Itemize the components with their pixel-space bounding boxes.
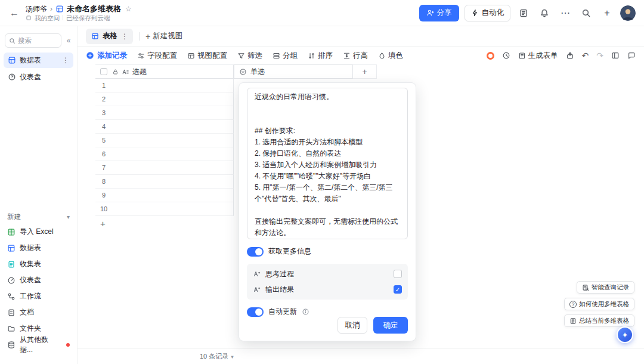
workspace-name[interactable]: 汤师爷 <box>26 4 47 14</box>
more-icon[interactable]: ⋯ <box>558 5 573 21</box>
more-vertical-icon[interactable]: ⋮ <box>62 56 69 64</box>
status-bar: 10 条记录 ▾ <box>78 348 644 364</box>
more-info-label: 获取更多信息 <box>268 246 311 257</box>
fill-color-button[interactable]: 填色 <box>378 51 403 61</box>
create-item-datatable[interactable]: 数据表 <box>0 240 77 256</box>
view-config-button[interactable]: 视图配置 <box>187 51 227 61</box>
share-button[interactable]: 分享 <box>419 5 459 21</box>
collapse-sidebar-icon[interactable]: « <box>64 36 73 45</box>
cancel-button[interactable]: 取消 <box>338 317 367 334</box>
view-tab-bar: 表格 ⋮ + 新建视图 <box>78 26 644 47</box>
plus-icon: + <box>145 32 150 41</box>
create-item-workflow[interactable]: 工作流 <box>0 288 77 304</box>
info-icon[interactable] <box>302 308 309 316</box>
bell-icon[interactable] <box>537 5 552 21</box>
tab-label: 表格 <box>103 31 117 41</box>
sparkle-icon: ✦ <box>622 331 628 340</box>
add-icon[interactable]: + <box>599 5 615 21</box>
sort-button[interactable]: 排序 <box>308 51 333 61</box>
avatar[interactable] <box>620 5 636 21</box>
search-input-box[interactable] <box>5 33 61 48</box>
sidebar-item-dashboard[interactable]: 仪表盘 <box>4 69 73 85</box>
create-item-collect-form[interactable]: 收集表 <box>0 256 77 272</box>
freeze-panel-icon[interactable] <box>611 51 620 60</box>
search-icon[interactable] <box>578 5 594 21</box>
table-row[interactable]: 7 <box>95 161 234 175</box>
output-checkbox[interactable]: ✓ <box>394 285 402 294</box>
table-row[interactable]: 4 <box>95 120 234 134</box>
add-row-button[interactable]: + <box>95 216 234 230</box>
dialog-footer: 取消 确定 <box>247 317 408 334</box>
table-row[interactable]: 9 <box>95 189 234 202</box>
create-item-dashboard[interactable]: 仪表盘 <box>0 272 77 288</box>
table-row[interactable]: 6 <box>95 147 234 161</box>
table-row[interactable]: 3 <box>95 106 234 120</box>
select-all-checkbox[interactable] <box>100 68 107 75</box>
row-number: 3 <box>95 109 112 116</box>
add-column-button[interactable]: + <box>353 64 377 79</box>
form-record-icon[interactable] <box>516 5 531 21</box>
summarize-button[interactable]: 总结当前多维表格 <box>564 314 634 327</box>
create-item-document[interactable]: 文档 <box>0 304 77 320</box>
how-to-use-button[interactable]: ? 如何使用多维表格 <box>564 298 634 310</box>
table-row[interactable]: 8 <box>95 175 234 189</box>
create-item-other-source[interactable]: 从其他数据... <box>0 337 77 353</box>
tab-grid-view[interactable]: 表格 ⋮ <box>86 29 133 44</box>
form-icon <box>518 52 526 60</box>
divider <box>63 15 63 20</box>
top-bar-left: ← 汤师爷 › 未命名多维表格 ☆ 我的空间 已经 <box>8 4 132 22</box>
generate-form-button[interactable]: 生成表单 <box>518 51 558 61</box>
row-number: 9 <box>95 192 112 199</box>
create-section-header[interactable]: 新建 ▾ <box>0 212 77 224</box>
workflow-icon <box>7 292 16 301</box>
group-button[interactable]: 分组 <box>273 51 298 61</box>
redo-icon[interactable]: ↷ <box>596 51 603 60</box>
column-title: 单选 <box>250 67 265 77</box>
undo-icon[interactable]: ↶ <box>582 51 589 60</box>
space-name[interactable]: 我的空间 <box>35 14 60 22</box>
create-item-import-excel[interactable]: 导入 Excel <box>0 224 77 240</box>
toolbar-right: 生成表单 ↶ ↷ <box>487 51 636 61</box>
sort-icon <box>308 52 315 60</box>
ai-assistant-button[interactable]: ✦ <box>617 326 633 343</box>
prompt-textarea[interactable]: 近观众的日常用语习惯。 ## 创作要求: 1. 选用合适的开头方法和脚本模型 2… <box>247 88 408 239</box>
record-count[interactable]: 10 条记录 <box>200 352 228 361</box>
thinking-option-row[interactable]: 思考过程 <box>253 266 402 282</box>
filter-button[interactable]: 筛选 <box>237 51 262 61</box>
automation-button[interactable]: 自动化 <box>465 5 511 21</box>
share-view-icon[interactable] <box>566 51 574 60</box>
output-option-row[interactable]: 输出结果 ✓ <box>253 282 402 297</box>
thinking-checkbox[interactable] <box>394 270 402 278</box>
smart-query-button[interactable]: 智能查询记录 <box>577 281 634 294</box>
select-all-cell[interactable] <box>95 68 112 75</box>
table-row[interactable]: 2 <box>95 92 234 106</box>
more-info-toggle[interactable] <box>247 247 264 257</box>
row-height-button[interactable]: 行高 <box>343 51 368 61</box>
table-row[interactable]: 10 <box>95 202 234 216</box>
field-config-button[interactable]: 字段配置 <box>137 51 177 61</box>
share-person-icon <box>426 9 434 17</box>
new-view-button[interactable]: + 新建视图 <box>145 31 182 41</box>
sidebar: « 数据表 ⋮ 仪表盘 新建 ▾ 导入 Excel <box>0 26 78 364</box>
history-icon[interactable] <box>502 51 510 60</box>
table-row[interactable]: 5 <box>95 134 234 147</box>
chevron-down-icon: ▾ <box>67 214 70 220</box>
search-input[interactable] <box>18 37 57 44</box>
confirm-button[interactable]: 确定 <box>373 317 408 334</box>
row-number: 10 <box>95 205 112 212</box>
table-row[interactable]: 1 <box>95 79 234 92</box>
add-record-button[interactable]: 添加记录 <box>86 51 127 61</box>
excel-icon <box>7 228 16 236</box>
more-vertical-icon[interactable]: ⋮ <box>121 32 128 41</box>
new-view-label: 新建视图 <box>153 31 182 41</box>
column-header-topic[interactable]: 选题 <box>112 67 233 77</box>
auto-update-toggle[interactable] <box>247 307 264 317</box>
sidebar-item-datatable[interactable]: 数据表 ⋮ <box>4 53 73 68</box>
column-header-select[interactable]: 单选 <box>234 64 353 79</box>
comment-icon[interactable] <box>627 51 636 60</box>
create-item-label: 导入 Excel <box>20 227 54 237</box>
back-icon[interactable]: ← <box>8 8 20 18</box>
dashboard-icon <box>8 73 16 81</box>
star-icon[interactable]: ☆ <box>125 4 132 14</box>
collaborator-ring-icon[interactable] <box>487 52 494 60</box>
